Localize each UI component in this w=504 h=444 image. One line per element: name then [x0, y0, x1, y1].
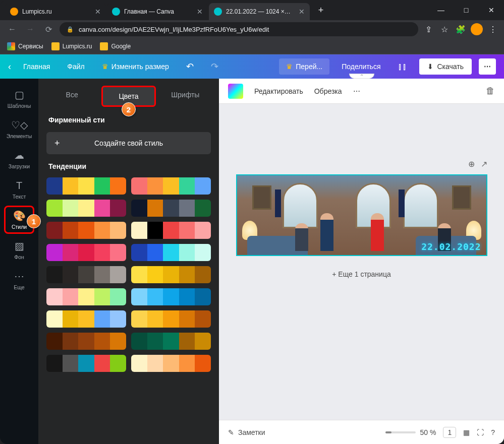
home-button[interactable]: Главная: [18, 59, 55, 74]
rail-templates[interactable]: ▢Шаблоны: [4, 85, 34, 113]
share-button[interactable]: Поделиться: [337, 59, 385, 74]
color-swatch: [131, 222, 147, 239]
color-palette[interactable]: [131, 266, 211, 283]
annotation-marker-1: 1: [27, 214, 41, 228]
page-indicator[interactable]: 1: [443, 427, 456, 438]
color-palette[interactable]: [46, 355, 126, 372]
minimize-icon[interactable]: —: [433, 6, 449, 14]
color-palette[interactable]: [131, 200, 211, 217]
rail-background[interactable]: ▨Фон: [4, 236, 34, 264]
color-picker-icon[interactable]: [228, 84, 243, 99]
forward-icon[interactable]: →: [23, 25, 37, 34]
extensions-icon[interactable]: 🧩: [455, 23, 467, 35]
add-page-button[interactable]: + Еще 1 страница: [332, 270, 390, 278]
color-swatch: [163, 355, 179, 372]
palette-list[interactable]: [38, 174, 219, 444]
color-palette[interactable]: [46, 310, 126, 328]
menu-icon[interactable]: ⋮: [487, 23, 499, 35]
more-icon[interactable]: ⋯: [353, 87, 360, 95]
close-window-icon[interactable]: ✕: [484, 6, 499, 14]
star-icon[interactable]: ☆: [438, 23, 451, 35]
share-icon[interactable]: ⇪: [422, 23, 434, 35]
profile-avatar[interactable]: [471, 23, 483, 35]
color-swatch: [110, 177, 126, 195]
reload-icon[interactable]: ⟳: [41, 25, 55, 34]
expand-handle[interactable]: ⌃: [349, 74, 374, 79]
resize-button[interactable]: ♛ Изменить размер: [97, 59, 174, 74]
duplicate-icon[interactable]: ⊕: [468, 159, 475, 169]
color-palette[interactable]: [131, 177, 211, 195]
color-palette[interactable]: [131, 355, 211, 372]
close-icon[interactable]: ✕: [299, 8, 305, 16]
undo-icon[interactable]: ↶: [181, 58, 199, 75]
color-swatch: [46, 222, 63, 239]
zoom-slider[interactable]: [385, 431, 416, 433]
rail-more[interactable]: ⋯Еще: [4, 266, 34, 294]
upgrade-button[interactable]: ♛ Перей...: [279, 58, 329, 75]
window-controls: — □ ✕: [433, 6, 499, 14]
notes-icon: ✎: [228, 428, 234, 436]
color-palette[interactable]: [46, 333, 126, 350]
color-swatch: [78, 288, 94, 305]
browser-tab[interactable]: Lumpics.ru ✕: [5, 3, 106, 20]
download-icon: ⬇: [427, 62, 433, 71]
new-tab-button[interactable]: +: [314, 3, 328, 17]
help-icon[interactable]: ?: [491, 428, 495, 436]
bookmark-item[interactable]: Lumpics.ru: [51, 42, 92, 50]
color-palette[interactable]: [131, 310, 211, 328]
fullscreen-icon[interactable]: ⛶: [477, 428, 484, 436]
download-button[interactable]: ⬇ Скачать: [419, 58, 472, 75]
rail-text[interactable]: TТекст: [4, 175, 34, 204]
url-input[interactable]: 🔒 canva.com/design/DAE2EVwjn_l/IjLMe3Pzf…: [60, 22, 418, 36]
redo-icon[interactable]: ↷: [206, 58, 223, 75]
tab-favicon: [214, 8, 222, 16]
lock-icon: 🔒: [67, 26, 74, 33]
color-palette[interactable]: [46, 266, 126, 283]
color-palette[interactable]: [46, 200, 126, 217]
color-palette[interactable]: [131, 244, 211, 261]
color-palette[interactable]: [46, 222, 126, 239]
color-swatch: [110, 310, 126, 328]
color-palette[interactable]: [46, 288, 126, 305]
background-icon: ▨: [15, 240, 24, 252]
edit-button[interactable]: Редактировать: [254, 87, 303, 95]
url-text: canva.com/design/DAE2EVwjn_l/IjLMe3PzfRF…: [79, 26, 269, 33]
maximize-icon[interactable]: □: [459, 6, 474, 14]
notes-button[interactable]: ✎ Заметки: [228, 428, 265, 436]
trash-icon[interactable]: 🗑: [486, 86, 495, 96]
color-palette[interactable]: [46, 177, 126, 195]
export-icon[interactable]: ↗: [481, 159, 487, 169]
color-palette[interactable]: [46, 244, 126, 261]
tab-all[interactable]: Все: [46, 86, 97, 107]
browser-tab[interactable]: Главная — Canva ✕: [107, 3, 208, 20]
grid-icon[interactable]: ▦: [463, 428, 470, 436]
scene-portrait: [252, 185, 271, 210]
back-icon[interactable]: ←: [5, 25, 19, 34]
color-swatch: [195, 222, 211, 239]
zoom-control[interactable]: 50 %: [385, 428, 436, 436]
color-palette[interactable]: [131, 222, 211, 239]
rail-styles[interactable]: 🎨 Стили 1: [4, 206, 34, 234]
color-swatch: [147, 200, 163, 217]
close-icon[interactable]: ✕: [95, 8, 101, 16]
design-page[interactable]: 22.02.2022: [236, 174, 487, 256]
crop-button[interactable]: Обрезка: [314, 87, 342, 95]
tab-colors[interactable]: Цвета 2: [101, 86, 155, 107]
analytics-icon[interactable]: ⫿⫿: [393, 58, 412, 75]
color-palette[interactable]: [131, 288, 211, 305]
rail-elements[interactable]: ♡◇Элементы: [4, 115, 34, 143]
create-style-button[interactable]: + Создайте свой стиль: [46, 132, 211, 154]
file-button[interactable]: Файл: [62, 59, 89, 74]
download-label: Скачать: [437, 62, 464, 71]
bookmark-apps[interactable]: Сервисы: [7, 42, 43, 50]
close-icon[interactable]: ✕: [197, 8, 203, 16]
rail-uploads[interactable]: ☁Загрузки: [4, 145, 34, 173]
tab-favicon: [112, 8, 120, 16]
browser-tab-active[interactable]: 22.01.2022 — 1024 × 430 пикс ✕: [209, 3, 310, 20]
color-palette[interactable]: [131, 333, 211, 350]
tab-fonts[interactable]: Шрифты: [160, 86, 211, 107]
more-button[interactable]: ⋯: [479, 58, 496, 75]
bookmark-item[interactable]: Google: [100, 42, 131, 50]
canvas-workspace[interactable]: ⊕ ↗: [219, 104, 504, 420]
back-icon[interactable]: ‹: [8, 61, 11, 72]
